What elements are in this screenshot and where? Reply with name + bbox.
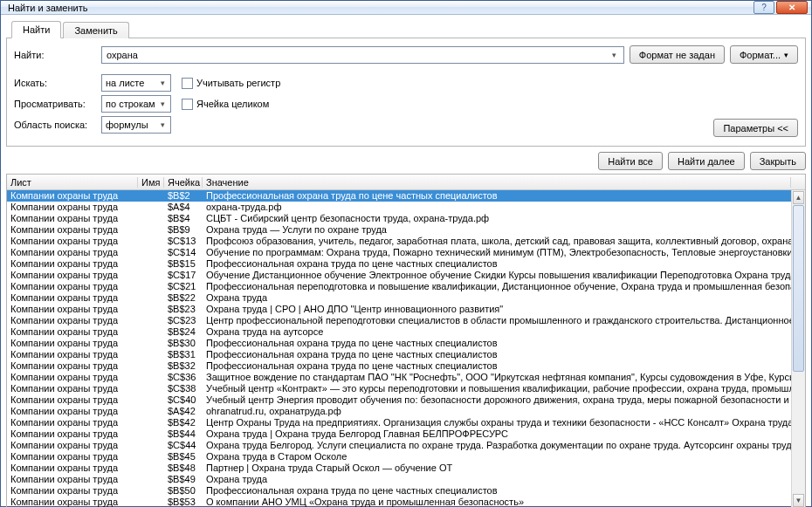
table-row[interactable]: Компании охраны труда$B$31Профессиональн…: [7, 349, 805, 360]
cell-value: Охрана труда — Услуги по охране труда: [203, 224, 791, 236]
cell-cell: $C$17: [164, 270, 203, 281]
find-next-button[interactable]: Найти далее: [668, 152, 745, 170]
cell-cell: $B$42: [164, 417, 203, 428]
label-scan: Просматривать:: [14, 99, 101, 109]
table-row[interactable]: Компании охраны труда$C$23Центр професси…: [7, 315, 805, 326]
chevron-down-icon: ▾: [156, 99, 169, 108]
results-panel: Лист Имя Ячейка Значение Компании охраны…: [6, 174, 806, 507]
search-history-dropdown[interactable]: ▾: [609, 51, 621, 59]
cell-sheet: Компании охраны труда: [7, 326, 138, 338]
scroll-down-icon[interactable]: ▼: [793, 494, 804, 507]
table-row[interactable]: Компании охраны труда$C$40Учебный центр …: [7, 394, 805, 406]
content-area: Найти Заменить Найти: ▾ Формат не задан …: [1, 15, 811, 507]
table-row[interactable]: Компании охраны труда$B$53О компании АНО…: [7, 497, 805, 507]
results-body[interactable]: Компании охраны труда$B$2Профессиональна…: [7, 190, 805, 507]
cell-value: Охрана труда на аутсорсе: [203, 326, 791, 338]
params-button[interactable]: Параметры <<: [713, 119, 798, 137]
checkbox-whole[interactable]: Ячейка целиком: [182, 99, 269, 110]
cell-cell: $C$14: [164, 247, 203, 258]
cell-name: [138, 338, 164, 349]
checkbox-icon: [182, 99, 193, 110]
close-button[interactable]: Закрыть: [750, 152, 806, 170]
tab-find[interactable]: Найти: [11, 21, 61, 38]
select-scan[interactable]: по строкам ▾: [101, 95, 171, 113]
cell-value: Центр Охраны Труда на предприятиях. Орга…: [203, 417, 791, 428]
table-row[interactable]: Компании охраны труда$B$48Партнер | Охра…: [7, 462, 805, 474]
cell-value: Учебный центр Энергия проводит обучения …: [203, 394, 791, 406]
cell-name: [138, 474, 164, 485]
table-row[interactable]: Компании охраны труда$B$49Охрана труда: [7, 474, 805, 485]
table-row[interactable]: Компании охраны труда$C$38Учебный центр …: [7, 383, 805, 394]
table-row[interactable]: Компании охраны труда$B$9Охрана труда — …: [7, 224, 805, 236]
checkbox-case[interactable]: Учитывать регистр: [182, 78, 280, 89]
table-row[interactable]: Компании охраны труда$B$30Профессиональн…: [7, 338, 805, 349]
action-buttons: Найти все Найти далее Закрыть: [6, 152, 806, 170]
cell-value: Охрана труда в Старом Осколе: [203, 451, 791, 462]
cell-cell: $B$4: [164, 213, 203, 224]
format-button[interactable]: Формат...▾: [730, 45, 798, 64]
cell-name: [138, 428, 164, 440]
results-header: Лист Имя Ячейка Значение: [7, 175, 805, 190]
table-row[interactable]: Компании охраны труда$B$24Охрана труда н…: [7, 326, 805, 338]
tab-replace[interactable]: Заменить: [63, 22, 128, 38]
chevron-down-icon: ▾: [784, 51, 788, 59]
cell-value: ohranatrud.ru, охранатруда.рф: [203, 406, 791, 417]
cell-sheet: Компании охраны труда: [7, 451, 138, 462]
table-row[interactable]: Компании охраны труда$C$13Профсоюз образ…: [7, 236, 805, 247]
cell-sheet: Компании охраны труда: [7, 474, 138, 485]
cell-sheet: Компании охраны труда: [7, 394, 138, 406]
vertical-scrollbar[interactable]: ▲ ▼: [791, 190, 805, 507]
table-row[interactable]: Компании охраны труда$B$4СЦБТ - Сибирски…: [7, 213, 805, 224]
cell-name: [138, 304, 164, 315]
format-unset-button[interactable]: Формат не задан: [630, 45, 725, 64]
col-sheet[interactable]: Лист: [7, 177, 138, 188]
table-row[interactable]: Компании охраны труда$B$44Охрана труда |…: [7, 428, 805, 440]
col-value[interactable]: Значение: [203, 177, 791, 188]
scroll-up-icon[interactable]: ▲: [793, 191, 804, 204]
cell-name: [138, 270, 164, 281]
col-name[interactable]: Имя: [138, 177, 164, 188]
table-row[interactable]: Компании охраны труда$C$21Профессиональн…: [7, 281, 805, 292]
table-row[interactable]: Компании охраны труда$B$42Центр Охраны Т…: [7, 417, 805, 428]
select-look[interactable]: на листе ▾: [101, 74, 171, 92]
cell-value: Обучение Дистанционное обучение Электрон…: [203, 270, 791, 281]
checkbox-icon: [182, 78, 193, 89]
search-input-wrap[interactable]: ▾: [101, 46, 624, 64]
cell-sheet: Компании охраны труда: [7, 270, 138, 281]
find-all-button[interactable]: Найти все: [598, 152, 663, 170]
table-row[interactable]: Компании охраны труда$B$15Профессиональн…: [7, 258, 805, 270]
search-input[interactable]: [105, 49, 609, 61]
cell-cell: $C$23: [164, 315, 203, 326]
cell-cell: $B$50: [164, 485, 203, 497]
table-row[interactable]: Компании охраны труда$B$23Охрана труда |…: [7, 304, 805, 315]
cell-name: [138, 462, 164, 474]
scroll-thumb[interactable]: [793, 205, 804, 372]
cell-cell: $C$36: [164, 372, 203, 383]
cell-value: Профессиональная охрана труда по цене ча…: [203, 338, 791, 349]
table-row[interactable]: Компании охраны труда$B$2Профессиональна…: [7, 190, 805, 202]
cell-name: [138, 202, 164, 213]
col-cell[interactable]: Ячейка: [164, 177, 203, 188]
table-row[interactable]: Компании охраны труда$C$36Защитное вожде…: [7, 372, 805, 383]
table-row[interactable]: Компании охраны труда$A$42ohranatrud.ru,…: [7, 406, 805, 417]
table-row[interactable]: Компании охраны труда$B$32Профессиональн…: [7, 360, 805, 372]
cell-name: [138, 315, 164, 326]
cell-cell: $C$40: [164, 394, 203, 406]
select-scope[interactable]: формулы ▾: [101, 116, 171, 134]
table-row[interactable]: Компании охраны труда$B$22Охрана труда: [7, 292, 805, 304]
close-window-button[interactable]: ✕: [776, 1, 808, 14]
cell-value: Профессиональная охрана труда по цене ча…: [203, 190, 791, 202]
cell-name: [138, 394, 164, 406]
table-row[interactable]: Компании охраны труда$B$45Охрана труда в…: [7, 451, 805, 462]
table-row[interactable]: Компании охраны труда$C$17Обучение Диста…: [7, 270, 805, 281]
table-row[interactable]: Компании охраны труда$C$14Обучение по пр…: [7, 247, 805, 258]
table-row[interactable]: Компании охраны труда$A$4охрана-труда.рф: [7, 202, 805, 213]
cell-sheet: Компании охраны труда: [7, 485, 138, 497]
help-button[interactable]: ?: [754, 1, 774, 14]
scroll-track[interactable]: [793, 205, 804, 493]
cell-value: Профсоюз образования, учитель, педагог, …: [203, 236, 791, 247]
table-row[interactable]: Компании охраны труда$B$50Профессиональн…: [7, 485, 805, 497]
cell-sheet: Компании охраны труда: [7, 462, 138, 474]
cell-name: [138, 190, 164, 202]
table-row[interactable]: Компании охраны труда$C$44Охрана труда Б…: [7, 440, 805, 451]
